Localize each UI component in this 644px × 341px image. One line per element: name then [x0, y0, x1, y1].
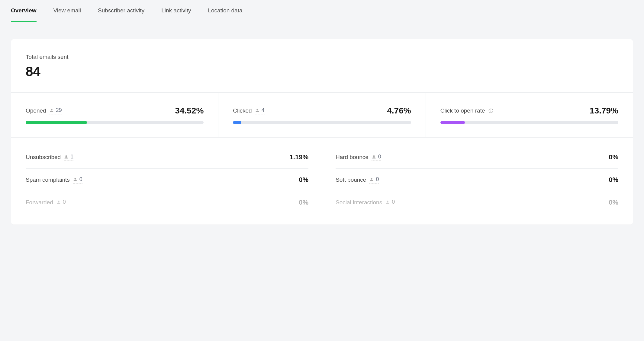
stats-card: Total emails sent 84 Opened 29 34.52%	[11, 39, 633, 225]
info-icon[interactable]	[488, 108, 494, 113]
stat-row: Forwarded00%	[26, 191, 308, 214]
tab-view-email[interactable]: View email	[53, 7, 81, 22]
opened-count-group[interactable]: 29	[49, 107, 62, 114]
person-icon	[56, 200, 61, 205]
stat-row-count-group[interactable]: 0	[385, 199, 395, 206]
stat-row-count: 1	[70, 154, 73, 160]
stat-row-label: Soft bounce	[336, 177, 366, 183]
ctor-label: Click to open rate	[440, 107, 485, 114]
stat-row: Spam complaints00%	[26, 169, 308, 191]
total-emails-label: Total emails sent	[26, 54, 618, 60]
stat-row-count-group[interactable]: 0	[369, 176, 379, 183]
content-area: Total emails sent 84 Opened 29 34.52%	[0, 22, 644, 236]
clicked-progress-bar	[233, 121, 411, 124]
stat-row-count: 0	[79, 176, 82, 183]
stat-row-percent: 0%	[299, 199, 308, 206]
tabs-navigation: Overview View email Subscriber activity …	[0, 0, 644, 22]
tab-link-activity[interactable]: Link activity	[161, 7, 191, 22]
ctor-percent: 13.79%	[590, 106, 618, 116]
stat-row-percent: 0%	[299, 176, 308, 184]
stat-row-count-group[interactable]: 0	[73, 176, 82, 183]
stat-row-percent: 0%	[609, 199, 618, 206]
person-icon	[369, 177, 374, 182]
stat-opened: Opened 29 34.52%	[11, 93, 218, 137]
person-icon	[385, 200, 390, 205]
person-icon	[64, 155, 69, 159]
stat-row-label: Forwarded	[26, 199, 53, 206]
clicked-progress-fill	[233, 121, 241, 124]
tab-overview[interactable]: Overview	[11, 7, 37, 22]
svg-point-2	[491, 110, 491, 110]
opened-progress-bar	[26, 121, 204, 124]
total-section: Total emails sent 84	[11, 39, 633, 92]
stat-row-label: Social interactions	[336, 199, 382, 206]
clicked-label: Clicked	[233, 107, 252, 114]
stat-row-percent: 1.19%	[290, 153, 308, 161]
tab-subscriber-activity[interactable]: Subscriber activity	[98, 7, 144, 22]
stat-row-count-group[interactable]: 0	[56, 199, 66, 206]
person-icon	[49, 108, 54, 113]
opened-percent: 34.52%	[175, 106, 204, 116]
person-icon	[255, 108, 260, 113]
stat-row-count: 0	[392, 199, 395, 205]
top-stats-row: Opened 29 34.52% Clicked	[11, 92, 633, 138]
stat-row-label: Hard bounce	[336, 154, 369, 161]
stat-row-count-group[interactable]: 0	[372, 154, 381, 161]
total-emails-value: 84	[26, 64, 618, 79]
clicked-percent: 4.76%	[387, 106, 411, 116]
stat-clicked: Clicked 4 4.76%	[218, 93, 426, 137]
ctor-progress-fill	[440, 121, 465, 124]
opened-count: 29	[56, 107, 62, 113]
stat-row-count-group[interactable]: 1	[64, 154, 73, 161]
stat-row: Social interactions00%	[336, 191, 618, 214]
stat-row-count: 0	[63, 199, 66, 205]
stat-row-count: 0	[376, 176, 379, 183]
bottom-stats-left: Unsubscribed11.19%Spam complaints00%Forw…	[26, 146, 308, 214]
opened-progress-fill	[26, 121, 87, 124]
opened-label: Opened	[26, 107, 46, 114]
clicked-count: 4	[262, 107, 265, 113]
stat-row: Hard bounce00%	[336, 146, 618, 169]
tab-location-data[interactable]: Location data	[208, 7, 242, 22]
stat-row-percent: 0%	[609, 176, 618, 184]
clicked-count-group[interactable]: 4	[255, 107, 265, 114]
stat-row-percent: 0%	[609, 153, 618, 161]
bottom-stats-grid: Unsubscribed11.19%Spam complaints00%Forw…	[11, 138, 633, 225]
person-icon	[73, 177, 78, 182]
bottom-stats-right: Hard bounce00%Soft bounce00%Social inter…	[336, 146, 618, 214]
person-icon	[372, 155, 376, 159]
stat-row: Soft bounce00%	[336, 169, 618, 191]
stat-row-label: Unsubscribed	[26, 154, 61, 161]
stat-ctor: Click to open rate 13.79%	[426, 93, 633, 137]
stat-row-count: 0	[378, 154, 381, 160]
ctor-progress-bar	[440, 121, 618, 124]
stat-row-label: Spam complaints	[26, 177, 70, 183]
stat-row: Unsubscribed11.19%	[26, 146, 308, 169]
